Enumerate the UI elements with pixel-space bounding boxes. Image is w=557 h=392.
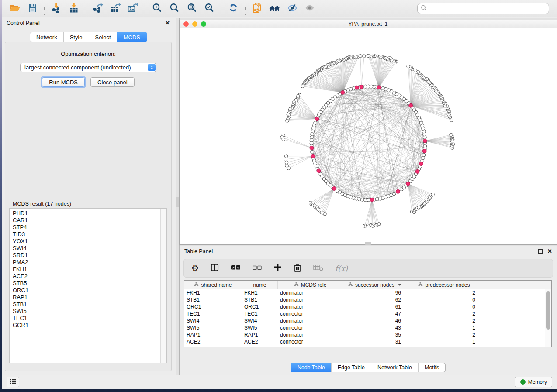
table-row[interactable]: RAP1RAP1dominator352 — [184, 331, 551, 338]
mcds-result-item[interactable]: SWI5 — [13, 308, 166, 315]
table-row[interactable]: YOX1YOX1connector291 — [184, 345, 551, 347]
satellite-node[interactable] — [359, 54, 362, 58]
mcds-hub-node[interactable] — [419, 162, 423, 166]
mcds-hub-node[interactable] — [370, 198, 374, 202]
network-node[interactable] — [422, 153, 426, 157]
satellite-node[interactable] — [450, 133, 453, 137]
export-image-button[interactable] — [124, 1, 142, 16]
save-session-button[interactable] — [24, 1, 41, 16]
mcds-result-item[interactable]: GCR1 — [13, 322, 166, 329]
open-file-button[interactable] — [6, 1, 24, 16]
horizontal-splitter-handle[interactable] — [365, 242, 371, 245]
table-row[interactable]: SWI4SWI4dominator462 — [184, 317, 551, 324]
mcds-result-item[interactable]: YOX1 — [13, 238, 166, 245]
mcds-result-item[interactable]: STB1 — [13, 301, 166, 308]
hide-graphics-details-button[interactable] — [284, 1, 301, 16]
mcds-hub-node[interactable] — [310, 146, 314, 150]
mcds-hub-node[interactable] — [355, 86, 359, 89]
mcds-result-item[interactable]: SWI4 — [13, 245, 166, 252]
network-node[interactable] — [363, 85, 367, 88]
table-scrollbar-thumb[interactable] — [546, 291, 550, 330]
satellite-node[interactable] — [286, 119, 289, 123]
mcds-result-item[interactable]: ORC1 — [13, 287, 166, 294]
export-network-button[interactable] — [89, 1, 107, 16]
mcds-hub-node[interactable] — [396, 189, 400, 193]
mcds-hub-node[interactable] — [409, 103, 413, 107]
show-panels-button[interactable] — [7, 377, 19, 387]
minimize-window-icon[interactable] — [192, 21, 197, 27]
tab-network-table[interactable]: Network Table — [371, 363, 418, 372]
network-canvas[interactable] — [180, 28, 557, 244]
network-document-button[interactable] — [249, 1, 266, 16]
column-header-successor-nodes[interactable]: successor nodes — [343, 281, 407, 289]
export-table-button[interactable] — [107, 1, 124, 16]
settings-gear-button[interactable]: ⚙ — [191, 264, 199, 273]
satellite-node[interactable] — [284, 155, 288, 158]
mcds-result-item[interactable]: FKH1 — [13, 266, 166, 273]
close-panel-button[interactable]: Close panel — [90, 77, 135, 87]
zoom-in-button[interactable] — [148, 1, 166, 16]
tab-motifs[interactable]: Motifs — [418, 363, 445, 372]
satellite-node[interactable] — [431, 193, 435, 196]
close-table-panel-icon[interactable]: ✕ — [547, 249, 552, 254]
splitter-handle[interactable] — [176, 197, 179, 207]
column-header-name[interactable]: name — [242, 281, 278, 289]
table-row[interactable]: ACE2ACE2connector311 — [184, 338, 551, 345]
float-table-panel-icon[interactable] — [538, 249, 543, 254]
column-header-predecessor-nodes[interactable]: predecessor nodes — [407, 281, 481, 289]
mcds-result-item[interactable]: SRD1 — [13, 252, 166, 259]
satellite-node[interactable] — [323, 212, 327, 216]
search-input[interactable] — [429, 5, 546, 12]
function-builder-button[interactable]: f(x) — [335, 264, 348, 273]
mcds-hub-node[interactable] — [377, 86, 381, 89]
close-window-icon[interactable] — [183, 21, 189, 27]
import-network-button[interactable] — [48, 1, 65, 16]
memory-button[interactable]: Memory — [515, 377, 552, 387]
table-row[interactable]: TEC1TEC1connector472 — [184, 310, 551, 317]
close-panel-icon[interactable]: ✕ — [165, 21, 170, 25]
mcds-hub-node[interactable] — [341, 91, 345, 95]
search-box[interactable] — [417, 3, 549, 14]
mcds-hub-node[interactable] — [406, 182, 410, 186]
satellite-node[interactable] — [282, 138, 285, 141]
network-node[interactable] — [423, 144, 427, 148]
network-node[interactable] — [367, 198, 370, 202]
delete-table-button[interactable] — [313, 264, 323, 273]
tab-select[interactable]: Select — [89, 32, 117, 42]
tab-network[interactable]: Network — [30, 32, 63, 42]
mcds-result-item[interactable]: STB5 — [13, 280, 166, 287]
table-row[interactable]: ORC1ORC1dominator610 — [184, 303, 551, 310]
network-node[interactable] — [392, 192, 396, 196]
mcds-result-item[interactable]: TID3 — [13, 231, 166, 238]
criterion-dropdown[interactable]: largest connected component (undirected)… — [20, 63, 156, 72]
mcds-result-item[interactable]: ACE2 — [13, 273, 166, 280]
satellite-node[interactable] — [287, 167, 291, 170]
mcds-hub-node[interactable] — [415, 170, 419, 174]
import-table-button[interactable] — [65, 1, 83, 16]
satellite-node[interactable] — [367, 54, 370, 58]
mcds-hub-node[interactable] — [317, 169, 321, 173]
network-node[interactable] — [381, 86, 385, 90]
satellite-node[interactable] — [407, 65, 410, 68]
mcds-hub-node[interactable] — [311, 154, 315, 158]
maximize-window-icon[interactable] — [201, 21, 206, 27]
delete-row-button[interactable] — [294, 263, 301, 274]
deselect-all-rows-button[interactable] — [253, 265, 262, 272]
mcds-result-item[interactable]: STP4 — [13, 224, 166, 231]
zoom-fit-button[interactable] — [183, 1, 201, 16]
table-row[interactable]: FKH1FKH1dominator962 — [184, 289, 551, 296]
mcds-result-item[interactable]: TEC1 — [13, 315, 166, 322]
zoom-selected-button[interactable] — [201, 1, 218, 16]
mcds-hub-node[interactable] — [360, 85, 363, 89]
zoom-out-button[interactable] — [166, 1, 183, 16]
table-row[interactable]: SWI5SWI5connector431 — [184, 324, 551, 331]
mcds-result-item[interactable]: RAP1 — [13, 294, 166, 301]
table-scrollbar[interactable] — [545, 289, 551, 347]
mcds-hub-node[interactable] — [423, 139, 427, 143]
network-node[interactable] — [311, 150, 314, 154]
column-panel-button[interactable] — [211, 263, 219, 273]
float-panel-icon[interactable] — [156, 21, 160, 25]
satellite-node[interactable] — [362, 55, 366, 58]
run-mcds-button[interactable]: Run MCDS — [42, 77, 85, 87]
select-all-rows-button[interactable] — [231, 265, 241, 272]
